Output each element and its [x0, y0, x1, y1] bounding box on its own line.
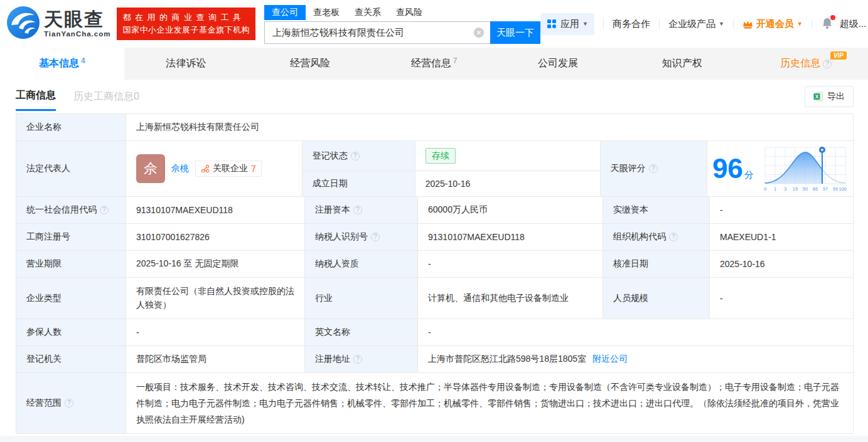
- table-row-company-name: 企业名称 上海新恒芯锐科技有限责任公司: [16, 114, 853, 141]
- svg-text:0: 0: [764, 186, 766, 192]
- credit-code-label: 统一社会信用代码 ?: [16, 197, 126, 223]
- staff-size-value: -: [710, 278, 853, 318]
- help-icon[interactable]: ?: [669, 233, 678, 241]
- help-icon[interactable]: ?: [351, 152, 360, 160]
- tianyancha-page: 天眼查 TianYanCha.com 都在用的商业查询工具 国家中小企业发展子基…: [0, 0, 868, 442]
- divider: [733, 19, 734, 29]
- tab-operating-info[interactable]: 经营信息 7: [372, 48, 496, 80]
- help-icon[interactable]: ?: [353, 206, 362, 214]
- credit-code-value: 91310107MAEXEUD118: [126, 197, 305, 223]
- company-name-label: 企业名称: [16, 114, 126, 140]
- tianyancha-logo[interactable]: 天眼查 TianYanCha.com: [6, 6, 110, 42]
- nav-business-cooperation[interactable]: 商务合作: [613, 18, 650, 30]
- reg-status-label: 登记状态 ?: [303, 141, 415, 171]
- legal-rep-name-link[interactable]: 佘桃: [171, 163, 189, 174]
- help-icon[interactable]: ?: [649, 164, 658, 173]
- tab-basic-label: 基本信息: [39, 57, 79, 70]
- tab-lawsuit[interactable]: 法律诉讼: [124, 48, 249, 80]
- export-label: 导出: [827, 91, 845, 102]
- registry-label: 登记机关: [16, 346, 126, 372]
- reg-status-cell: 存续: [415, 141, 601, 171]
- taxpayer-quality-label: 纳税人资质: [305, 251, 418, 277]
- nearby-companies-link[interactable]: 附近公司: [592, 354, 628, 365]
- score-unit: 分: [744, 169, 754, 181]
- status-date-nested: 登记状态 ? 存续 成立日期 2025-10-16: [303, 141, 601, 196]
- business-term-value: 2025-10-16 至 无固定期限: [126, 251, 305, 277]
- business-scope-label-text: 经营范围: [26, 397, 62, 409]
- divider: [659, 19, 660, 29]
- tab-basic-info[interactable]: 基本信息 4: [0, 48, 124, 80]
- business-info-table: 企业名称 上海新恒芯锐科技有限责任公司 法定代表人 佘 佘桃: [16, 113, 854, 434]
- clear-icon[interactable]: ✕: [474, 28, 484, 38]
- chevron-down-icon: ▼: [797, 21, 803, 27]
- table-row-business-scope: 经营范围 ? 一般项目：技术服务、技术开发、技术咨询、技术交流、技术转让、技术推…: [16, 373, 853, 433]
- table-row-reg-number: 工商注册号 310107001627826 纳税人识别号 ? 91310107M…: [16, 224, 853, 251]
- score-label-text: 天眼评分: [611, 163, 646, 174]
- svg-text:X: X: [815, 93, 819, 100]
- org-code-label: 组织机构代码 ?: [603, 224, 710, 250]
- search-tab-relation[interactable]: 查关系: [347, 5, 388, 20]
- search-tabs: 查公司 查老板 查关系 查风险: [264, 4, 540, 20]
- related-company-label: 关联企业: [213, 163, 248, 174]
- tab-basic-count: 4: [81, 56, 85, 65]
- establish-date-label: 成立日期: [303, 171, 415, 196]
- excel-icon: X: [813, 92, 823, 102]
- related-company-badge[interactable]: 关联企业 7: [195, 160, 262, 177]
- org-code-value: MAEXEUD1-1: [710, 224, 853, 250]
- tab-intellectual-property[interactable]: 知识产权: [620, 48, 744, 80]
- notification-bell-icon[interactable]: [821, 17, 833, 31]
- nav-apps[interactable]: 应用 ▼: [540, 13, 594, 35]
- tab-ip-label: 知识产权: [662, 57, 702, 70]
- nav-open-vip[interactable]: 开通会员 ▼: [742, 18, 803, 30]
- svg-text:1: 1: [774, 186, 776, 192]
- legal-rep-label: 法定代表人: [16, 141, 126, 196]
- nav-user-menu[interactable]: 超级... ▼: [840, 18, 868, 30]
- search-tab-company[interactable]: 查公司: [264, 5, 306, 20]
- help-icon[interactable]: ?: [823, 60, 832, 68]
- table-row-insured: 参保人数 - 英文名称 -: [16, 319, 853, 346]
- reg-number-label: 工商注册号: [16, 224, 126, 250]
- table-row-credit-code: 统一社会信用代码 ? 91310107MAEXEUD118 注册资本 ? 600…: [16, 197, 853, 224]
- business-scope-value: 一般项目：技术服务、技术开发、技术咨询、技术交流、技术转让、技术推广；半导体器件…: [126, 373, 853, 433]
- search-input[interactable]: [264, 21, 490, 44]
- search-tab-risk[interactable]: 查风险: [388, 5, 430, 20]
- legal-rep-avatar[interactable]: 佘: [136, 154, 165, 183]
- help-icon[interactable]: ?: [353, 355, 362, 364]
- insured-value: -: [126, 319, 305, 345]
- company-type-label: 企业类型: [16, 278, 126, 318]
- svg-text:50: 50: [803, 186, 808, 192]
- reg-number-value: 310107001627826: [126, 224, 305, 250]
- industry-label: 行业: [305, 278, 418, 318]
- table-row-legal-rep: 法定代表人 佘 佘桃 关联企业 7: [16, 141, 853, 197]
- nav-apps-label: 应用: [560, 18, 579, 30]
- company-tabbar: 基本信息 4 法律诉讼 经营风险 经营信息 7 公司发展 知识产权 VIP 历史…: [0, 48, 868, 80]
- tab-lawsuit-label: 法律诉讼: [166, 57, 206, 70]
- score-value: 96: [712, 155, 743, 182]
- business-term-label: 营业期限: [16, 251, 126, 277]
- subtab-business-info[interactable]: 工商信息: [16, 89, 56, 105]
- reg-capital-label: 注册资本 ?: [305, 197, 418, 223]
- credit-code-label-text: 统一社会信用代码: [26, 204, 97, 216]
- establish-date-value: 2025-10-16: [415, 171, 601, 196]
- nav-user-label: 超级...: [840, 18, 867, 30]
- nav-enterprise-products[interactable]: 企业级产品 ▼: [668, 18, 724, 30]
- tab-operating-risk[interactable]: 经营风险: [248, 48, 372, 80]
- help-icon[interactable]: ?: [371, 233, 380, 241]
- search-button[interactable]: 天眼一下: [490, 21, 540, 44]
- chevron-down-icon: ▼: [719, 21, 724, 27]
- tab-company-development[interactable]: 公司发展: [496, 48, 620, 80]
- table-row-registry: 登记机关 普陀区市场监管局 注册地址 ? 上海市普陀区怒江北路598号18层18…: [16, 346, 853, 373]
- apps-grid-icon: [547, 19, 557, 29]
- export-button[interactable]: X 导出: [805, 86, 854, 107]
- tab-history-info[interactable]: VIP 历史信息 ?: [744, 48, 868, 80]
- help-icon[interactable]: ?: [65, 399, 73, 408]
- slogan-line1: 都在用的商业查询工具: [122, 11, 250, 24]
- header-nav: 应用 ▼ 商务合作 企业级产品 ▼ 开通会员 ▼: [540, 13, 868, 35]
- tab-operation-label: 经营信息: [411, 57, 451, 70]
- subtab-history-business-info[interactable]: 历史工商信息0: [73, 90, 139, 103]
- search-tab-boss[interactable]: 查老板: [306, 5, 347, 20]
- svg-text:15: 15: [793, 186, 798, 192]
- company-name-value: 上海新恒芯锐科技有限责任公司: [126, 114, 853, 140]
- help-icon[interactable]: ?: [100, 206, 109, 214]
- legal-rep-cell: 佘 佘桃 关联企业 7: [126, 141, 303, 196]
